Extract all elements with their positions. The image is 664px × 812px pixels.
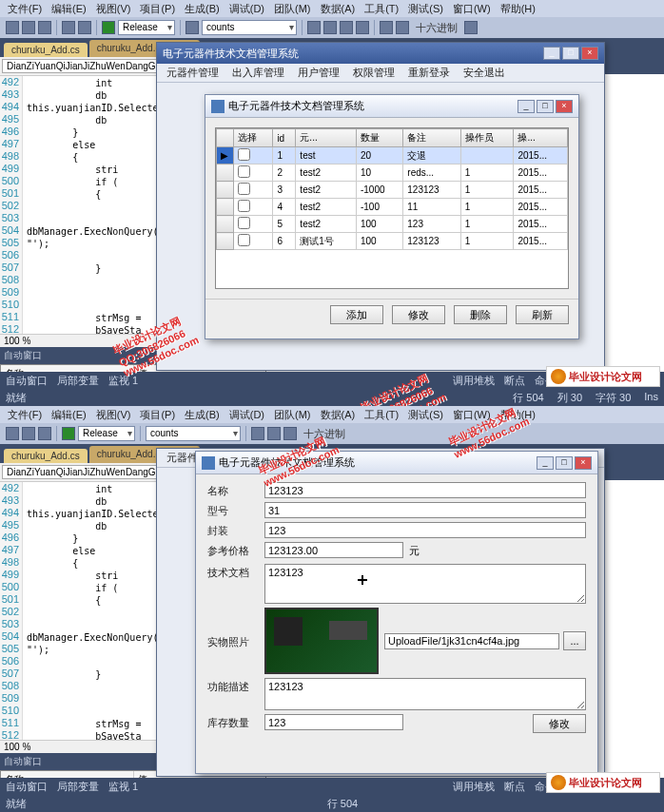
menu-project[interactable]: 项目(P)	[136, 408, 179, 422]
data-grid[interactable]: 选择id元...数量备注操作员操...▶1test20交退2015...2tes…	[215, 127, 569, 289]
tab-churuku-add-cs[interactable]: churuku_Add.cs	[4, 43, 88, 57]
input-price[interactable]	[264, 542, 403, 558]
menu-perm[interactable]: 权限管理	[347, 66, 400, 80]
menu-exit[interactable]: 安全退出	[458, 66, 511, 80]
input-name[interactable]	[264, 482, 586, 498]
dialog-titlebar[interactable]: 电子元器件技术文档管理系统 _ □ ×	[196, 452, 597, 474]
toolbar-icon[interactable]	[251, 427, 264, 440]
menu-relogin[interactable]: 重新登录	[402, 66, 456, 80]
toolbar-icon[interactable]	[6, 427, 19, 440]
menu-tools[interactable]: 工具(T)	[361, 2, 402, 16]
menu-view[interactable]: 视图(V)	[92, 2, 135, 16]
toolbar-icon[interactable]	[6, 21, 19, 34]
menu-data[interactable]: 数据(A)	[317, 2, 360, 16]
find-combo[interactable]: counts	[146, 426, 241, 441]
menu-project[interactable]: 项目(P)	[136, 2, 179, 16]
toolbar-icon[interactable]	[396, 21, 409, 34]
mdi-titlebar[interactable]: 电子元器件技术文档管理系统 _ □ ×	[157, 43, 604, 64]
refresh-button[interactable]: 刷新	[516, 305, 569, 324]
input-package[interactable]	[264, 522, 586, 538]
menu-inout[interactable]: 出入库管理	[226, 66, 290, 80]
config-combo[interactable]: Release	[78, 426, 135, 441]
menu-window[interactable]: 窗口(W)	[449, 2, 495, 16]
tab-breakpoints[interactable]: 断点	[504, 374, 525, 388]
menu-team[interactable]: 团队(M)	[270, 408, 315, 422]
toolbar-icon[interactable]	[38, 21, 51, 34]
tab-breakpoints[interactable]: 断点	[504, 780, 525, 794]
status-char: 字符 30	[596, 391, 631, 405]
input-model[interactable]	[264, 502, 586, 518]
edit-button[interactable]: 修改	[533, 714, 586, 733]
input-doc[interactable]: 123123	[264, 564, 586, 604]
toolbar-icon[interactable]	[340, 21, 353, 34]
toolbar-icon[interactable]	[22, 21, 35, 34]
toolbar-icon[interactable]	[283, 427, 297, 440]
toolbar-icon[interactable]	[62, 21, 75, 34]
menu-window[interactable]: 窗口(W)	[449, 408, 495, 422]
vs-main-menu[interactable]: 文件(F) 编辑(E) 视图(V) 项目(P) 生成(B) 调试(D) 团队(M…	[0, 0, 664, 17]
toolbar-icon[interactable]	[464, 21, 478, 34]
tab-watch[interactable]: 监视 1	[108, 374, 138, 388]
tab-auto[interactable]: 自动窗口	[6, 780, 48, 794]
input-stock[interactable]	[264, 714, 403, 730]
maximize-button[interactable]: □	[556, 456, 573, 470]
toolbar-icon[interactable]	[78, 21, 91, 34]
delete-button[interactable]: 删除	[454, 305, 507, 324]
menu-help[interactable]: 帮助(H)	[497, 2, 539, 16]
toolbar-icon[interactable]	[38, 427, 51, 440]
maximize-button[interactable]: □	[537, 100, 554, 113]
run-icon[interactable]	[102, 21, 115, 34]
menu-test[interactable]: 测试(S)	[404, 408, 447, 422]
tab-auto[interactable]: 自动窗口	[6, 374, 48, 388]
minimize-button[interactable]: _	[537, 456, 554, 470]
toolbar-icon[interactable]	[267, 427, 281, 440]
tab-callstack[interactable]: 调用堆栈	[453, 780, 495, 794]
vs-main-menu[interactable]: 文件(F) 编辑(E) 视图(V) 项目(P) 生成(B) 调试(D) 团队(M…	[0, 406, 664, 423]
status-line: 行 504	[327, 797, 358, 811]
hex-label[interactable]: 十六进制	[412, 21, 461, 35]
menu-debug[interactable]: 调试(D)	[225, 408, 268, 422]
menu-help[interactable]: 帮助(H)	[497, 408, 539, 422]
input-func[interactable]: 123123	[264, 678, 586, 710]
toolbar-icon[interactable]	[307, 21, 321, 34]
toolbar-icon[interactable]	[186, 21, 199, 34]
tab-callstack[interactable]: 调用堆栈	[453, 374, 495, 388]
maximize-button[interactable]: □	[562, 47, 579, 60]
menu-view[interactable]: 视图(V)	[92, 408, 135, 422]
browse-button[interactable]: ...	[563, 631, 586, 650]
menu-test[interactable]: 测试(S)	[404, 2, 447, 16]
config-combo[interactable]: Release	[118, 20, 175, 35]
menu-edit[interactable]: 编辑(E)	[48, 408, 90, 422]
menu-debug[interactable]: 调试(D)	[225, 2, 268, 16]
toolbar-icon[interactable]	[356, 21, 369, 34]
add-button[interactable]: 添加	[330, 305, 383, 324]
tab-watch[interactable]: 监视 1	[108, 780, 138, 794]
dialog-titlebar[interactable]: 电子元器件技术文档管理系统 _ □ ×	[205, 95, 578, 118]
menu-build[interactable]: 生成(B)	[181, 2, 224, 16]
menu-build[interactable]: 生成(B)	[181, 408, 224, 422]
edit-button[interactable]: 修改	[392, 305, 445, 324]
menu-edit[interactable]: 编辑(E)	[48, 2, 90, 16]
tab-churuku-add-cs[interactable]: churuku_Add.cs	[4, 449, 88, 463]
close-button[interactable]: ×	[581, 47, 598, 60]
menu-file[interactable]: 文件(F)	[4, 408, 46, 422]
run-icon[interactable]	[62, 427, 75, 440]
toolbar-icon[interactable]	[323, 21, 337, 34]
input-photo-path[interactable]	[384, 633, 559, 649]
menu-user[interactable]: 用户管理	[292, 66, 345, 80]
tab-locals[interactable]: 局部变量	[57, 780, 99, 794]
menu-team[interactable]: 团队(M)	[270, 2, 315, 16]
menu-file[interactable]: 文件(F)	[4, 2, 46, 16]
find-combo[interactable]: counts	[202, 20, 297, 35]
close-button[interactable]: ×	[556, 100, 573, 113]
minimize-button[interactable]: _	[518, 100, 535, 113]
toolbar-icon[interactable]	[380, 21, 393, 34]
tab-locals[interactable]: 局部变量	[57, 374, 99, 388]
menu-data[interactable]: 数据(A)	[317, 408, 360, 422]
minimize-button[interactable]: _	[543, 47, 560, 60]
close-button[interactable]: ×	[575, 456, 592, 470]
menu-tools[interactable]: 工具(T)	[361, 408, 402, 422]
toolbar-icon[interactable]	[22, 427, 35, 440]
menu-component[interactable]: 元器件管理	[161, 66, 225, 80]
hex-label[interactable]: 十六进制	[300, 427, 349, 441]
